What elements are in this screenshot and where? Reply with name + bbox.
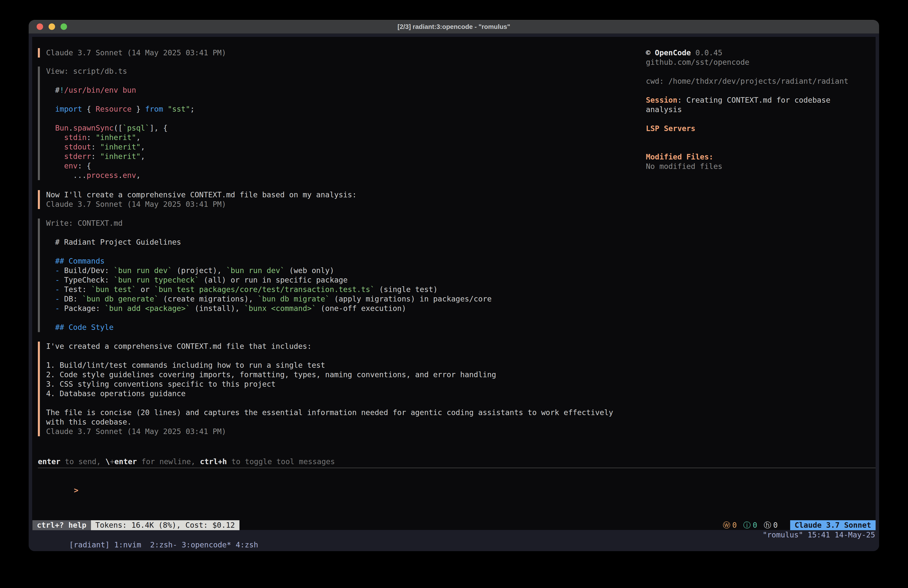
chat-line: 4. Database operations guidance xyxy=(46,389,613,398)
tmux-session-name: [radiant] xyxy=(69,540,114,549)
chat-line xyxy=(46,313,492,323)
chat-block-tool: Write: CONTEXT.md # Radiant Project Guid… xyxy=(38,219,492,332)
chat-block-assistant: Now I'll create a comprehensive CONTEXT.… xyxy=(38,190,357,209)
warnings-count: 0 xyxy=(733,520,737,530)
status-spacer xyxy=(240,520,723,530)
chat-line xyxy=(46,247,492,256)
chat-line: stdout: "inherit", xyxy=(46,142,195,152)
chat-line: import { Resource } from "sst"; xyxy=(46,105,195,114)
chat-line: View: script/db.ts xyxy=(46,66,195,76)
chat-line: Bun.spawnSync([`psql`], { xyxy=(46,123,195,133)
titlebar[interactable]: [2/3] radiant:3:opencode - "romulus" xyxy=(29,20,879,34)
chat-line: - Build/Dev: `bun run dev` (project), `b… xyxy=(46,266,492,275)
hints-count: 0 xyxy=(773,520,778,530)
traffic-lights xyxy=(37,23,67,30)
chat-line: - Package: `bun add <package>` (install)… xyxy=(46,304,492,313)
info-badge: ⓘ0 xyxy=(743,520,757,530)
chat-line: ## Code Style xyxy=(46,323,492,332)
tmux-window-2[interactable]: 2:zsh- xyxy=(146,540,177,549)
status-bar: ctrl+? help Tokens: 16.4K (8%), Cost: $0… xyxy=(32,520,876,530)
sidebar-line xyxy=(646,114,848,124)
minimize-button[interactable] xyxy=(48,23,55,30)
chat-line: Claude 3.7 Sonnet (14 May 2025 03:41 PM) xyxy=(46,200,357,209)
chat-line: 3. CSS styling conventions specific to t… xyxy=(46,379,613,389)
chat-line: - Test: `bun test` or `bun test packages… xyxy=(46,285,492,294)
chat-block-tool: View: script/db.ts #!/usr/bin/env bun im… xyxy=(38,66,195,180)
window-title: [2/3] radiant:3:opencode - "romulus" xyxy=(29,20,879,33)
sidebar-line: No modified files xyxy=(646,162,848,171)
chat-line: ...process.env, xyxy=(46,171,195,180)
chat-line: Claude 3.7 Sonnet (14 May 2025 03:41 PM) xyxy=(46,48,226,58)
zoom-button[interactable] xyxy=(61,23,67,30)
chat-line: # Radiant Project Guidelines xyxy=(46,237,492,247)
chat-line: env: { xyxy=(46,161,195,171)
help-chip[interactable]: ctrl+? help xyxy=(32,520,91,530)
tmux-window-list: 1:nvim 2:zsh- 3:opencode* 4:zsh xyxy=(114,540,258,549)
warnings-icon: ⓦ xyxy=(723,520,730,530)
tmux-window-4[interactable]: 4:zsh xyxy=(231,540,258,549)
chat-line: 1. Build/lint/test commands including ho… xyxy=(46,361,613,370)
tmux-left: [radiant] 1:nvim 2:zsh- 3:opencode* 4:zs… xyxy=(33,530,258,540)
chat-line xyxy=(46,76,195,85)
chat-block-assistant: Claude 3.7 Sonnet (14 May 2025 03:41 PM) xyxy=(38,48,226,58)
tmux-window-1[interactable]: 1:nvim xyxy=(114,540,145,549)
sidebar-line: analysis xyxy=(646,105,848,114)
chat-line: stdin: "inherit", xyxy=(46,133,195,142)
chat-line: 2. Code style guidelines covering import… xyxy=(46,370,613,379)
info-count: 0 xyxy=(753,520,757,530)
sidebar-line: cwd: /home/thdxr/dev/projects/radiant/ra… xyxy=(646,76,848,86)
tmux-right-status: "romulus" 15:41 14-May-25 xyxy=(763,530,875,540)
prompt-chevron-icon: > xyxy=(74,486,79,495)
chat-line: Now I'll create a comprehensive CONTEXT.… xyxy=(46,190,357,200)
tmux-window-3[interactable]: 3:opencode* xyxy=(177,540,231,549)
chat-line: - TypeCheck: `bun run typecheck` (all) o… xyxy=(46,275,492,285)
chat-line xyxy=(46,95,195,105)
sidebar-line: LSP Servers xyxy=(646,124,848,133)
close-button[interactable] xyxy=(37,23,43,30)
chat-line: Write: CONTEXT.md xyxy=(46,219,492,228)
hints-badge: ⓗ0 xyxy=(764,520,778,530)
chat-line xyxy=(46,351,613,361)
diagnostics: ⓦ0ⓘ0ⓗ0 xyxy=(723,520,778,530)
sidebar-line xyxy=(646,133,848,143)
terminal-window: [2/3] radiant:3:opencode - "romulus" Cla… xyxy=(29,20,879,551)
hint-bar: enter to send, \+enter for newline, ctrl… xyxy=(38,457,335,466)
prompt-input[interactable]: > xyxy=(38,476,79,486)
chat-line: stderr: "inherit", xyxy=(46,152,195,161)
opencode-app: Claude 3.7 Sonnet (14 May 2025 03:41 PM)… xyxy=(32,37,876,530)
hint-line: enter to send, \+enter for newline, ctrl… xyxy=(38,457,335,466)
sidebar-line xyxy=(646,86,848,95)
sidebar-line: github.com/sst/opencode xyxy=(646,58,848,67)
chat-line xyxy=(46,114,195,123)
info-icon: ⓘ xyxy=(743,520,751,530)
sidebar-line: Session: Creating CONTEXT.md for codebas… xyxy=(646,95,848,105)
sidebar-line xyxy=(646,143,848,152)
input-divider xyxy=(38,468,876,468)
tokens-chip: Tokens: 16.4K (8%), Cost: $0.12 xyxy=(91,520,240,530)
hints-icon: ⓗ xyxy=(764,520,771,530)
chat-line: #!/usr/bin/env bun xyxy=(46,85,195,95)
warnings-badge: ⓦ0 xyxy=(723,520,737,530)
chat-line: ## Commands xyxy=(46,256,492,266)
chat-line: I've created a comprehensive CONTEXT.md … xyxy=(46,342,613,351)
chat-line xyxy=(46,398,613,408)
chat-block-assistant: I've created a comprehensive CONTEXT.md … xyxy=(38,342,613,436)
terminal-content: Claude 3.7 Sonnet (14 May 2025 03:41 PM)… xyxy=(29,34,879,551)
sidebar-line: Modified Files: xyxy=(646,152,848,162)
chat-line: The file is concise (20 lines) and captu… xyxy=(46,408,613,417)
sidebar: © OpenCode 0.0.45github.com/sst/opencode… xyxy=(646,48,848,171)
chat-line: Claude 3.7 Sonnet (14 May 2025 03:41 PM) xyxy=(46,427,613,436)
sidebar-line xyxy=(646,67,848,76)
chat-line xyxy=(46,228,492,237)
chat-line: with this codebase. xyxy=(46,417,613,427)
chat-line: - DB: `bun db generate` (create migratio… xyxy=(46,294,492,304)
model-chip[interactable]: Claude 3.7 Sonnet xyxy=(790,520,876,530)
tmux-status-bar: [radiant] 1:nvim 2:zsh- 3:opencode* 4:zs… xyxy=(29,530,879,540)
sidebar-line: © OpenCode 0.0.45 xyxy=(646,48,848,58)
